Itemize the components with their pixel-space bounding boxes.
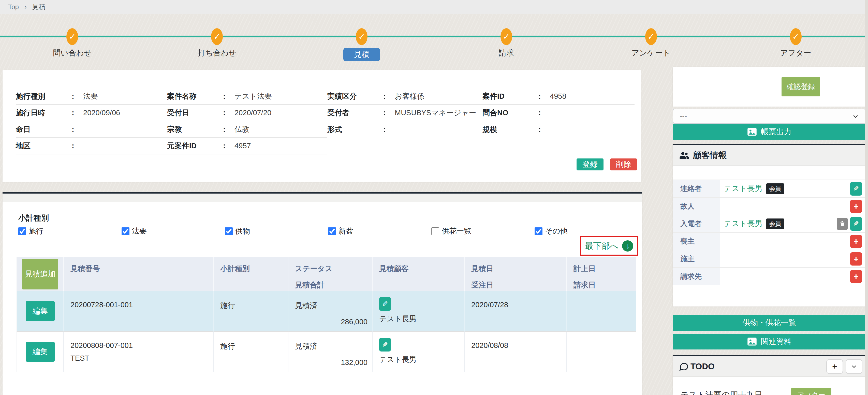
report-type-select[interactable]: --- <box>673 109 866 124</box>
add-billing-button[interactable]: + <box>850 270 862 283</box>
confirm-panel: 確認登録 <box>673 67 866 107</box>
subtotal-type-title: 小計種別 <box>18 213 49 223</box>
filter-other[interactable]: その他 <box>535 226 638 236</box>
subtotal-filters: 施行 法要 供物 新盆 供花一覧 その他 <box>18 226 638 236</box>
check-icon <box>211 28 223 45</box>
circle-down-arrow-icon <box>622 240 633 251</box>
to-bottom-label: 最下部へ <box>585 240 619 252</box>
member-badge: 会員 <box>766 183 784 194</box>
edit-caller-button[interactable] <box>850 217 862 231</box>
breadcrumb: Top › 見積 <box>0 0 868 14</box>
field-religion: 宗教:仏教 <box>167 121 327 138</box>
add-estimate-button[interactable]: 見積追加 <box>22 259 58 290</box>
filter-offerings-checkbox[interactable] <box>225 227 233 235</box>
step-label: 問い合わせ <box>53 48 92 58</box>
step-meeting[interactable]: 打ち合わせ <box>145 14 289 69</box>
filter-label: 供花一覧 <box>442 226 471 236</box>
to-bottom-link[interactable]: 最下部へ <box>580 236 638 255</box>
check-icon <box>356 28 368 45</box>
step-label: 請求 <box>499 48 514 58</box>
estimates-table: 見積追加 見積番号 小計種別 ステータス 見積合計 見積顧客 見積日 受注日 計… <box>17 257 636 372</box>
col-estimate-number: 見積番号 <box>64 257 214 291</box>
picture-icon <box>747 127 757 136</box>
todo-add-button[interactable]: + <box>826 359 843 374</box>
report-type-value: --- <box>680 112 687 120</box>
step-after[interactable]: アフター <box>723 14 868 69</box>
check-icon <box>790 28 802 45</box>
col-status-total: ステータス 見積合計 <box>288 257 373 291</box>
add-patron-button[interactable]: + <box>850 252 862 266</box>
filter-houyou-checkbox[interactable] <box>122 227 129 235</box>
filter-offerings[interactable]: 供物 <box>225 226 328 236</box>
customer-row-deceased: 故人 + <box>673 198 866 215</box>
edit-customer-icon-button[interactable] <box>379 297 391 311</box>
col-subtotal-type: 小計種別 <box>214 257 288 291</box>
subtotal-type-cell: 施行 <box>214 291 288 332</box>
customer-info-panel: 顧客情報 連絡者 テスト長男 会員 故人 + 入電者 <box>673 144 866 306</box>
field-reception-date: 受付日:2020/07/20 <box>167 105 327 121</box>
filter-niibon[interactable]: 新盆 <box>328 226 431 236</box>
todo-item[interactable]: テスト法要の四十九日 アフター <box>673 384 866 395</box>
step-estimate-active[interactable]: 見積 <box>289 14 434 69</box>
col-estimate-order-date: 見積日 受注日 <box>465 257 567 291</box>
customer-info-title: 顧客情報 <box>693 150 726 161</box>
filter-niibon-checkbox[interactable] <box>328 227 336 235</box>
edit-estimate-button[interactable]: 編集 <box>26 301 55 321</box>
record-billing-cell <box>567 332 636 372</box>
check-icon <box>66 28 78 45</box>
filter-other-checkbox[interactable] <box>535 227 542 235</box>
customer-row-billing: 請求先 + <box>673 268 866 285</box>
breadcrumb-separator: › <box>24 3 27 11</box>
todo-item-text: テスト法要の四十九日 <box>680 388 763 395</box>
estimate-row: 編集 20200728-001-001 施行 見積済 286,000 テスト長男… <box>17 291 636 332</box>
report-output-button[interactable]: 帳票出力 <box>673 124 866 140</box>
customer-row-mourner: 喪主 + <box>673 233 866 250</box>
filter-ceremony-checkbox[interactable] <box>18 227 26 235</box>
estimate-total: 132,000 <box>341 358 368 367</box>
picture-icon <box>747 337 757 346</box>
add-mourner-button[interactable]: + <box>850 235 862 248</box>
customer-row-patron: 施主 + <box>673 250 866 268</box>
breadcrumb-current: 見積 <box>32 3 45 11</box>
edit-customer-icon-button[interactable] <box>379 338 391 352</box>
field-scale: 規模: <box>483 121 634 138</box>
filter-label: 新盆 <box>339 226 353 236</box>
step-label-active: 見積 <box>343 48 380 61</box>
breadcrumb-top-link[interactable]: Top <box>8 3 19 11</box>
field-case-name: 案件名称:テスト法要 <box>167 88 327 105</box>
filter-flower-list[interactable]: 供花一覧 <box>431 226 535 236</box>
filter-ceremony[interactable]: 施行 <box>18 226 122 236</box>
step-survey[interactable]: アンケート <box>579 14 723 69</box>
field-receptionist: 受付者:MUSUBYSマネージャー <box>327 105 483 121</box>
after-badge: アフター <box>791 388 831 395</box>
customer-cell: テスト長男 <box>373 291 465 332</box>
edit-estimate-button[interactable]: 編集 <box>26 342 55 362</box>
offerings-flowers-list-button[interactable]: 供物・供花一覧 <box>673 315 866 331</box>
filter-label: 法要 <box>132 226 147 236</box>
subtotal-type-cell: 施行 <box>214 332 288 372</box>
contact-name: テスト長男 <box>724 183 763 194</box>
customer-row-caller: 入電者 テスト長男 会員 <box>673 215 866 233</box>
filter-flower-list-checkbox[interactable] <box>431 227 439 235</box>
customer-info-header: 顧客情報 <box>673 145 866 165</box>
edit-contact-button[interactable] <box>850 182 862 195</box>
add-deceased-button[interactable]: + <box>850 200 862 213</box>
estimate-row: 編集 20200808-007-001 TEST 施行 見積済 132,000 … <box>17 332 636 372</box>
confirm-register-button[interactable]: 確認登録 <box>781 77 820 96</box>
step-billing[interactable]: 請求 <box>434 14 579 69</box>
related-documents-button[interactable]: 関連資料 <box>673 334 866 350</box>
field-district: 地区: <box>16 138 167 154</box>
field-origin-case-id: 元案件ID:4957 <box>167 138 327 154</box>
delete-caller-button[interactable] <box>837 218 848 230</box>
step-inquiry[interactable]: 問い合わせ <box>0 14 145 69</box>
filter-houyou[interactable]: 法要 <box>122 226 225 236</box>
register-button[interactable]: 登録 <box>577 158 603 171</box>
delete-button[interactable]: 削除 <box>610 158 637 171</box>
field-case-id: 案件ID:4958 <box>483 88 634 105</box>
status-total-cell: 見積済 286,000 <box>288 291 373 332</box>
scrollbar[interactable] <box>865 0 868 395</box>
col-record-billing-date: 計上日 請求日 <box>567 257 636 291</box>
page: Top › 見積 問い合わせ 打ち合わせ 見積 請求 <box>0 0 868 395</box>
filter-label: 施行 <box>29 226 43 236</box>
todo-collapse-button[interactable] <box>846 359 862 374</box>
